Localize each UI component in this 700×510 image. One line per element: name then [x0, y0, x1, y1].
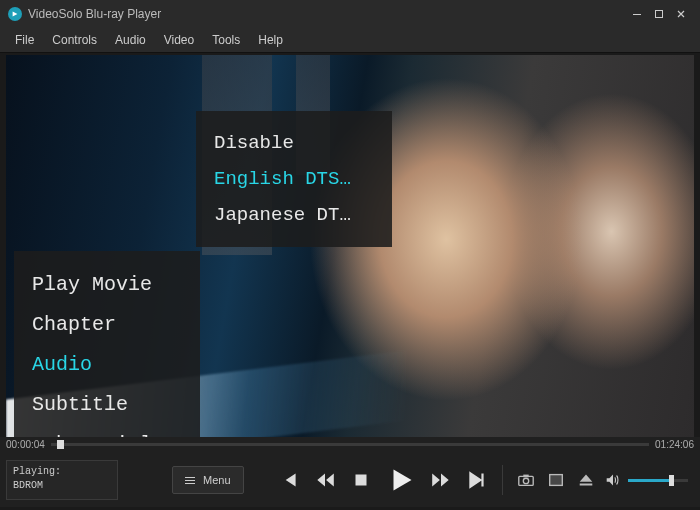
audio-option-english[interactable]: English DTS… [214, 161, 374, 197]
volume-control [604, 471, 688, 489]
time-elapsed: 00:00:04 [6, 439, 45, 450]
snapshot-button[interactable] [517, 471, 535, 489]
disc-menu-chapter[interactable]: Chapter [32, 305, 182, 345]
maximize-button[interactable] [648, 3, 670, 25]
open-file-button[interactable] [547, 471, 565, 489]
seek-knob[interactable] [57, 440, 64, 449]
menu-controls[interactable]: Controls [43, 33, 106, 47]
volume-fill [628, 479, 670, 482]
transport-bar: 00:00:04 01:24:06 Playing: BDROM Menu [0, 437, 700, 507]
fast-forward-button[interactable] [430, 469, 452, 491]
volume-knob[interactable] [669, 475, 674, 486]
seek-slider[interactable] [51, 443, 649, 446]
svg-rect-0 [633, 14, 641, 15]
svg-rect-1 [656, 11, 663, 18]
close-button[interactable] [670, 3, 692, 25]
now-playing-box: Playing: BDROM [6, 460, 118, 500]
menu-bar: File Controls Audio Video Tools Help [0, 28, 700, 53]
disc-menu-button[interactable]: Menu [172, 466, 244, 494]
minimize-button[interactable] [626, 3, 648, 25]
next-button[interactable] [466, 469, 488, 491]
utility-buttons [517, 471, 595, 489]
menu-button-label: Menu [203, 474, 231, 486]
play-button[interactable] [386, 465, 416, 495]
disc-menu-play-movie[interactable]: Play Movie [32, 265, 182, 305]
menu-tools[interactable]: Tools [203, 33, 249, 47]
seek-bar-row: 00:00:04 01:24:06 [6, 437, 694, 451]
previous-button[interactable] [278, 469, 300, 491]
hamburger-icon [185, 477, 195, 484]
now-playing-label: Playing: [13, 465, 111, 479]
playback-buttons [278, 465, 488, 495]
svg-point-4 [523, 478, 528, 483]
volume-slider[interactable] [628, 479, 688, 482]
svg-rect-7 [549, 475, 562, 486]
menu-video[interactable]: Video [155, 33, 203, 47]
disc-menu-audio[interactable]: Audio [32, 345, 182, 385]
video-viewport: Disable English DTS… Japanese DT… Play M… [6, 55, 694, 439]
menu-file[interactable]: File [6, 33, 43, 47]
svg-rect-2 [355, 475, 366, 486]
volume-icon[interactable] [604, 471, 622, 489]
menu-audio[interactable]: Audio [106, 33, 155, 47]
app-title: VideoSolo Blu-ray Player [28, 7, 161, 21]
audio-submenu-panel: Disable English DTS… Japanese DT… [196, 111, 392, 247]
controls-row: Playing: BDROM Menu [0, 457, 700, 503]
now-playing-source: BDROM [13, 479, 111, 493]
audio-option-disable[interactable]: Disable [214, 125, 374, 161]
rewind-button[interactable] [314, 469, 336, 491]
menu-help[interactable]: Help [249, 33, 292, 47]
audio-option-japanese[interactable]: Japanese DT… [214, 197, 374, 233]
time-total: 01:24:06 [655, 439, 694, 450]
eject-button[interactable] [577, 471, 595, 489]
disc-menu-subtitle[interactable]: Subtitle [32, 385, 182, 425]
disc-menu-panel: Play Movie Chapter Audio Subtitle Other … [14, 251, 200, 439]
title-bar: VideoSolo Blu-ray Player [0, 0, 700, 28]
stop-button[interactable] [350, 469, 372, 491]
divider [502, 465, 503, 495]
svg-rect-5 [523, 475, 528, 478]
app-logo-icon [8, 7, 22, 21]
